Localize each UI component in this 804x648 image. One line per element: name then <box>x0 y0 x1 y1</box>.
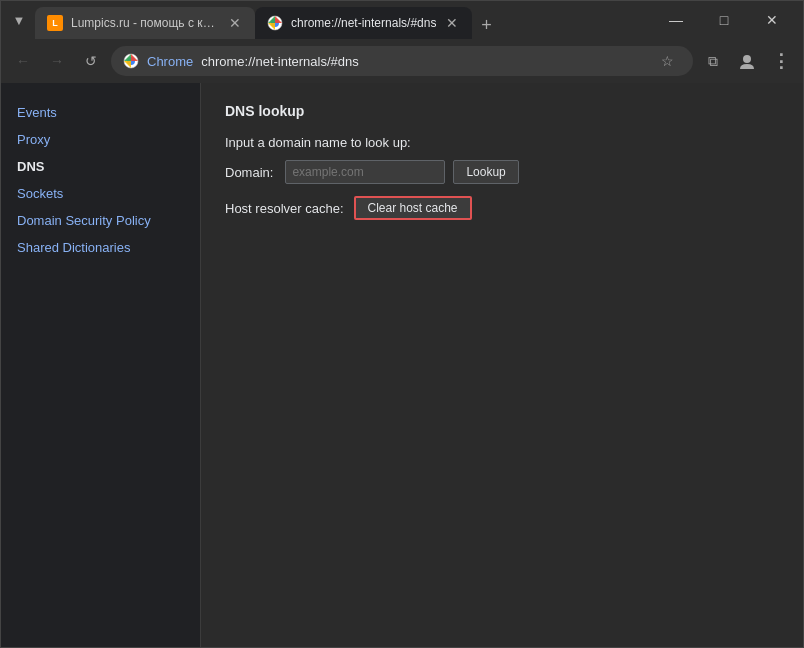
profile-icon[interactable] <box>733 47 761 75</box>
title-bar: ▼ L Lumpics.ru - помощь с компью... ✕ ch… <box>1 1 803 39</box>
tab-close-lumpics[interactable]: ✕ <box>227 15 243 31</box>
omnibox-right-icons: ☆ <box>653 47 681 75</box>
host-resolver-row: Host resolver cache: Clear host cache <box>225 196 779 220</box>
sidebar-item-proxy[interactable]: Proxy <box>1 126 200 153</box>
host-resolver-label: Host resolver cache: <box>225 201 344 216</box>
omnibox-brand-label: Chrome <box>147 54 193 69</box>
sidebar-item-shared-dictionaries[interactable]: Shared Dictionaries <box>1 234 200 261</box>
omnibox-url: chrome://net-internals/#dns <box>201 54 359 69</box>
chrome-logo-icon <box>123 53 139 69</box>
window-button-group: — □ ✕ <box>653 5 795 35</box>
menu-icon[interactable]: ⋮ <box>767 47 795 75</box>
minimize-button[interactable]: — <box>653 5 699 35</box>
clear-host-cache-button[interactable]: Clear host cache <box>354 196 472 220</box>
forward-button[interactable]: → <box>43 47 71 75</box>
back-button[interactable]: ← <box>9 47 37 75</box>
lookup-button[interactable]: Lookup <box>453 160 518 184</box>
address-bar: ← → ↺ Chrome chrome://net-internals/#dns… <box>1 39 803 83</box>
lookup-description: Input a domain name to look up: <box>225 135 411 150</box>
window-controls: ▼ <box>9 10 29 30</box>
svg-point-4 <box>743 55 751 63</box>
main-panel: DNS lookup Input a domain name to look u… <box>201 83 803 647</box>
tab-title-lumpics: Lumpics.ru - помощь с компью... <box>71 16 219 30</box>
sidebar-item-sockets[interactable]: Sockets <box>1 180 200 207</box>
omnibox[interactable]: Chrome chrome://net-internals/#dns ☆ <box>111 46 693 76</box>
tab-title-dns: chrome://net-internals/#dns <box>291 16 436 30</box>
tab-lumpics[interactable]: L Lumpics.ru - помощь с компью... ✕ <box>35 7 255 39</box>
domain-label: Domain: <box>225 165 273 180</box>
tab-favicon-lumpics: L <box>47 15 63 31</box>
new-tab-button[interactable]: + <box>472 11 500 39</box>
tab-favicon-chrome <box>267 15 283 31</box>
domain-input[interactable] <box>285 160 445 184</box>
tab-dropdown-arrow[interactable]: ▼ <box>9 10 29 30</box>
tabs-bar: L Lumpics.ru - помощь с компью... ✕ chro… <box>35 1 647 39</box>
sidebar-item-domain-security-policy[interactable]: Domain Security Policy <box>1 207 200 234</box>
tab-dns[interactable]: chrome://net-internals/#dns ✕ <box>255 7 472 39</box>
content-area: Events Proxy DNS Sockets Domain Security… <box>1 83 803 647</box>
bookmark-icon[interactable]: ☆ <box>653 47 681 75</box>
close-button[interactable]: ✕ <box>749 5 795 35</box>
section-title: DNS lookup <box>225 103 779 119</box>
maximize-button[interactable]: □ <box>701 5 747 35</box>
extensions-icon[interactable]: ⧉ <box>699 47 727 75</box>
sidebar-item-dns[interactable]: DNS <box>1 153 200 180</box>
sidebar-item-events[interactable]: Events <box>1 99 200 126</box>
domain-lookup-row: Domain: Lookup <box>225 160 779 184</box>
sidebar: Events Proxy DNS Sockets Domain Security… <box>1 83 201 647</box>
refresh-button[interactable]: ↺ <box>77 47 105 75</box>
tab-close-dns[interactable]: ✕ <box>444 15 460 31</box>
browser-window: ▼ L Lumpics.ru - помощь с компью... ✕ ch… <box>0 0 804 648</box>
